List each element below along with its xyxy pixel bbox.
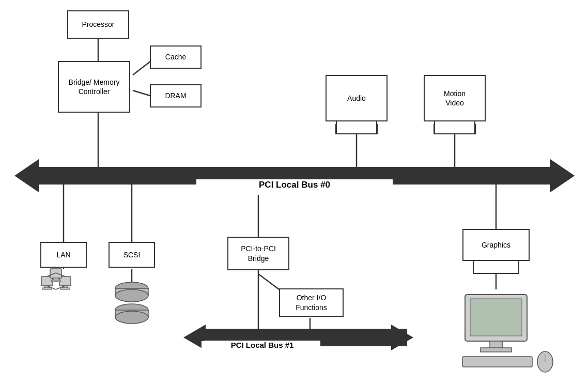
svg-rect-74: [470, 299, 522, 336]
svg-rect-60: [53, 278, 58, 280]
other-io-label: Other I/OFunctions: [296, 293, 327, 312]
scsi-label: SCSI: [123, 250, 141, 259]
other-io-box: Other I/OFunctions: [279, 288, 344, 317]
svg-point-72: [115, 311, 148, 324]
lan-box: LAN: [40, 242, 87, 268]
audio-card: Audio: [326, 75, 388, 134]
svg-point-69: [115, 289, 148, 302]
svg-rect-61: [51, 280, 60, 282]
pci-bus-1-label: PCI Local Bus #1: [204, 341, 320, 349]
scsi-box: SCSI: [109, 242, 155, 268]
svg-marker-12: [391, 325, 413, 350]
processor-box: Processor: [67, 10, 129, 39]
svg-marker-7: [14, 159, 39, 192]
lan-label: LAN: [56, 250, 70, 259]
svg-line-23: [258, 274, 279, 289]
bridge-box: Bridge/ Memory Controller: [58, 61, 130, 113]
graphics-label: Graphics: [482, 240, 510, 250]
dram-label: DRAM: [165, 91, 186, 100]
graphics-card: Graphics: [462, 229, 530, 274]
cache-box: Cache: [150, 45, 202, 69]
dram-box: DRAM: [150, 84, 202, 107]
bridge-label: Bridge/ Memory Controller: [59, 78, 129, 96]
audio-label: Audio: [347, 94, 366, 103]
pci-bridge-label: PCI-to-PCIBridge: [241, 244, 276, 263]
svg-rect-76: [481, 348, 512, 352]
diagram-svg: [0, 0, 588, 384]
pci-bus-0-label: PCI Local Bus #0: [202, 180, 388, 190]
svg-rect-59: [50, 269, 61, 278]
diagram: Processor Cache Bridge/ Memory Controlle…: [0, 0, 588, 384]
motion-video-card: MotionVideo: [424, 75, 486, 134]
svg-rect-58: [60, 288, 70, 289]
motion-video-label: MotionVideo: [444, 89, 466, 107]
processor-label: Processor: [82, 20, 114, 29]
pci-bridge-box: PCI-to-PCIBridge: [227, 237, 289, 270]
cache-label: Cache: [165, 52, 186, 62]
svg-rect-77: [462, 357, 532, 367]
svg-rect-55: [42, 288, 52, 289]
svg-marker-9: [550, 159, 575, 192]
